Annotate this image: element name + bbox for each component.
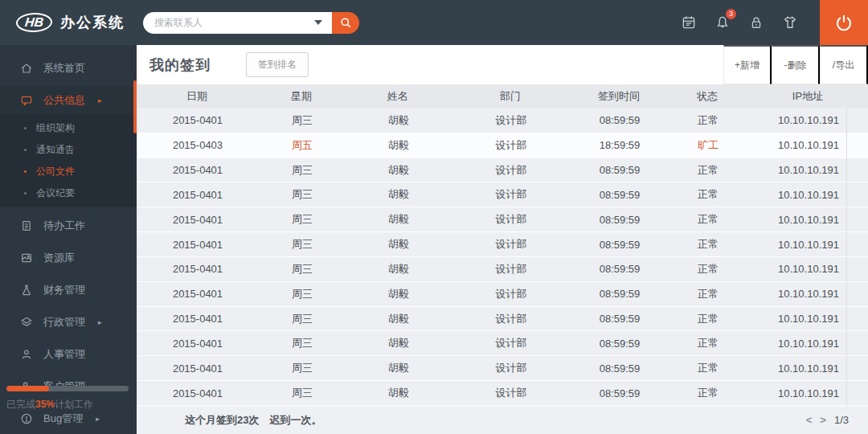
submenu-item-org[interactable]: 组织架构 — [0, 117, 137, 139]
table-row[interactable]: 2015-0401周三胡毅设计部08:59:59正常10.10.10.191 — [137, 381, 868, 406]
table-row[interactable]: 2015-0401周三胡毅设计部08:59:59正常10.10.10.191 — [137, 356, 868, 381]
search-area — [143, 12, 359, 34]
cell-ip: 10.10.10.191 — [748, 164, 868, 176]
table-row[interactable]: 2015-0403周五胡毅设计部18:59:59旷工10.10.10.191 — [137, 133, 868, 158]
cell-time: 18:59:59 — [571, 139, 668, 151]
bullet-icon — [24, 170, 27, 173]
flask-icon — [19, 284, 34, 297]
signin-rank-button[interactable]: 签到排名 — [246, 52, 309, 77]
table-row[interactable]: 2015-0401周三胡毅设计部08:59:59正常10.10.10.191 — [137, 158, 868, 183]
cell-date: 2015-0401 — [137, 313, 258, 325]
cell-name: 胡毅 — [346, 336, 451, 350]
sidebar-item-hr[interactable]: 人事管理 — [0, 341, 137, 368]
sidebar-item-public-info[interactable]: 公共信息 ▸ — [0, 87, 137, 114]
cell-name: 胡毅 — [346, 287, 451, 301]
delete-button[interactable]: -删除 — [772, 45, 820, 84]
cell-date: 2015-0401 — [137, 164, 258, 176]
notification-badge: 3 — [726, 9, 736, 19]
top-header: HB 办公系统 3 — [0, 0, 868, 45]
cell-dept: 设计部 — [451, 237, 571, 252]
bullet-icon — [24, 192, 27, 194]
shirt-icon[interactable] — [780, 12, 800, 33]
expand-arrow-icon: ▸ — [98, 96, 102, 104]
table-row[interactable]: 2015-0401周三胡毅设计部08:59:59正常10.10.10.191 — [137, 331, 868, 356]
table-body: 2015-0401周三胡毅设计部08:59:59正常10.10.10.19120… — [137, 108, 868, 406]
table-row[interactable]: 2015-0401周三胡毅设计部08:59:59正常10.10.10.191 — [137, 282, 868, 307]
column-header: IP地址 — [747, 89, 868, 104]
prev-page-button[interactable]: < — [806, 414, 813, 426]
progress-fill — [6, 386, 49, 391]
progress-label: 已完成35%计划工作 — [6, 398, 129, 411]
search-button[interactable] — [332, 12, 359, 34]
search-dropdown-caret-icon[interactable] — [314, 20, 322, 25]
cell-ip: 10.10.10.191 — [748, 387, 868, 399]
lock-icon[interactable] — [746, 12, 767, 33]
alert-circle-icon — [19, 412, 34, 425]
cell-date: 2015-0401 — [137, 114, 258, 126]
cell-time: 08:59:59 — [571, 114, 668, 126]
logo-mark: HB — [15, 13, 54, 32]
cell-time: 08:59:59 — [571, 189, 668, 201]
table-row[interactable]: 2015-0401周三胡毅设计部08:59:59正常10.10.10.191 — [137, 232, 868, 257]
cell-ip: 10.10.10.191 — [748, 362, 868, 375]
table-row[interactable]: 2015-0401周三胡毅设计部08:59:59正常10.10.10.191 — [137, 307, 868, 332]
bullet-icon — [24, 149, 27, 151]
search-input[interactable] — [143, 12, 332, 34]
table-row[interactable]: 2015-0401周三胡毅设计部08:59:59正常10.10.10.191 — [137, 182, 868, 207]
cell-time: 08:59:59 — [571, 239, 668, 251]
power-icon — [834, 13, 854, 32]
sidebar-item-label: Bug管理 — [43, 411, 83, 426]
cell-date: 2015-0401 — [137, 362, 258, 375]
cell-name: 胡毅 — [346, 361, 451, 375]
cell-name: 胡毅 — [346, 386, 451, 400]
cell-name: 胡毅 — [346, 312, 451, 326]
cell-time: 08:59:59 — [571, 263, 668, 275]
sidebar-item-resources[interactable]: 资源库 — [0, 244, 137, 272]
cell-date: 2015-0403 — [137, 139, 258, 151]
cell-time: 08:59:59 — [571, 313, 668, 325]
table-row[interactable]: 2015-0401周三胡毅设计部08:59:59正常10.10.10.191 — [137, 257, 868, 282]
logout-power-button[interactable] — [820, 0, 868, 45]
cell-status: 正常 — [668, 361, 748, 375]
cell-status: 正常 — [668, 187, 748, 202]
submenu-item-company-files[interactable]: 公司文件 — [0, 161, 137, 182]
table-row[interactable]: 2015-0401周三胡毅设计部08:59:59正常10.10.10.191 — [137, 207, 868, 232]
column-header: 状态 — [667, 89, 747, 104]
cell-time: 08:59:59 — [571, 164, 668, 176]
submenu-item-meeting-minutes[interactable]: 会议纪要 — [0, 182, 137, 204]
cell-ip: 10.10.10.191 — [748, 114, 868, 126]
submenu-item-notice[interactable]: 通知通告 — [0, 139, 137, 161]
sidebar-item-admin[interactable]: 行政管理 ▸ — [0, 309, 137, 336]
calendar-icon[interactable] — [678, 12, 699, 33]
table-row[interactable]: 2015-0401周三胡毅设计部08:59:59正常10.10.10.191 — [137, 108, 868, 133]
cell-name: 胡毅 — [346, 262, 451, 276]
sidebar: 系统首页 公共信息 ▸ 组织架构 通知通告 公司文件 会议纪要 待办工作 资源库… — [0, 45, 137, 434]
cell-name: 胡毅 — [346, 237, 451, 252]
cell-ip: 10.10.10.191 — [748, 189, 868, 201]
cell-name: 胡毅 — [346, 113, 451, 128]
sidebar-item-todo[interactable]: 待办工作 — [0, 212, 137, 240]
bullet-icon — [24, 127, 27, 129]
column-header: 姓名 — [346, 89, 450, 104]
cell-dept: 设计部 — [451, 163, 571, 178]
toolbar: +新增 -删除 /导出 — [723, 45, 868, 84]
cell-date: 2015-0401 — [137, 387, 258, 399]
cell-ip: 10.10.10.191 — [748, 239, 868, 251]
notifications-bell-icon[interactable]: 3 — [712, 12, 733, 33]
cell-week: 周三 — [258, 312, 346, 326]
export-button[interactable]: /导出 — [820, 45, 868, 84]
add-button[interactable]: +新增 — [723, 45, 772, 84]
column-header: 星期 — [257, 89, 346, 104]
column-header: 部门 — [450, 89, 571, 104]
sidebar-item-label: 人事管理 — [43, 347, 85, 362]
cell-date: 2015-0401 — [137, 239, 258, 251]
month-summary: 这个月签到23次 迟到一次。 — [185, 413, 321, 428]
cell-dept: 设计部 — [451, 287, 571, 301]
next-page-button[interactable]: > — [820, 414, 826, 426]
app-title: 办公系统 — [60, 13, 125, 32]
submenu-label: 通知通告 — [36, 143, 75, 157]
sidebar-item-home[interactable]: 系统首页 — [0, 55, 137, 82]
sidebar-item-label: 财务管理 — [43, 283, 85, 297]
cell-status: 正常 — [668, 386, 748, 400]
sidebar-item-finance[interactable]: 财务管理 — [0, 276, 137, 304]
